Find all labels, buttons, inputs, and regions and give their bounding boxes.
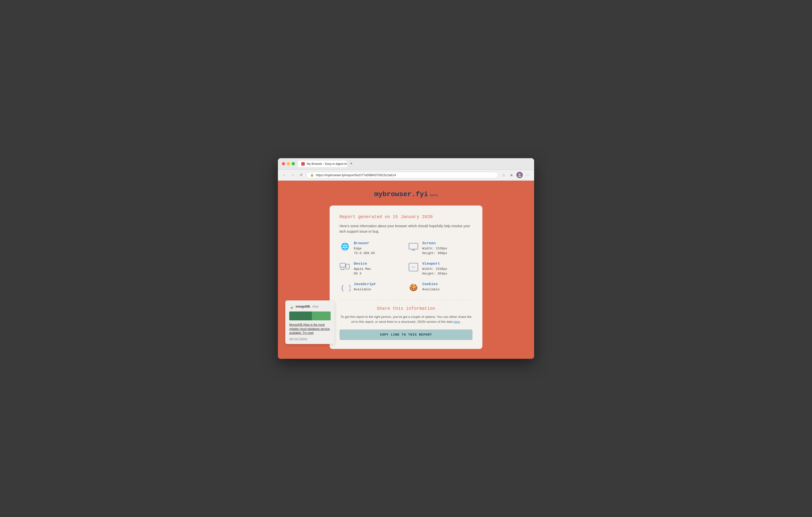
svg-rect-7	[346, 264, 349, 269]
screen-label: Screen	[422, 241, 447, 246]
new-tab-button[interactable]: +	[348, 161, 354, 167]
svg-point-0	[519, 173, 521, 175]
svg-point-1	[518, 176, 521, 177]
lock-icon: 🔒	[310, 173, 314, 177]
report-description: Here's some information about your brows…	[340, 223, 472, 234]
screen-value: Width: 1536pxHeight: 960px	[422, 246, 447, 256]
minimize-button[interactable]	[287, 162, 290, 165]
share-desc-after: .	[460, 320, 461, 323]
share-desc-before: To get this report to the right person, …	[341, 315, 471, 324]
device-info-item: Device Apple MacOS X	[340, 262, 404, 276]
cookies-info-content: Cookies Available	[422, 282, 439, 292]
browser-menu-button[interactable]: ···	[525, 172, 531, 178]
javascript-value: Available	[354, 287, 376, 292]
ad-widget: 🍃 mongoDB. Atlas MongoDB Atlas is the mo…	[285, 300, 335, 344]
browser-window: My Browser - Easy to digest bro × + ← → …	[278, 158, 534, 359]
back-button[interactable]: ←	[281, 172, 287, 178]
page-content: mybrowser.fyi beta Report generated on 1…	[278, 181, 534, 359]
screen-info-content: Screen Width: 1536pxHeight: 960px	[422, 241, 447, 256]
user-avatar[interactable]	[516, 172, 523, 178]
viewport-value: Width: 1536pxHeight: 854px	[422, 267, 447, 276]
info-grid: 🌐 Browser Edge79.0.309.65	[340, 241, 472, 293]
browser-icon: 🌐	[340, 241, 350, 252]
refresh-button[interactable]: ↺	[298, 172, 304, 178]
window-controls	[282, 162, 295, 165]
device-label: Device	[354, 262, 371, 266]
address-bar: ← → ↺ 🔒 https://mybrowser.fyi/report/5e1…	[278, 170, 534, 181]
site-title: mybrowser.fyi beta	[374, 191, 438, 198]
viewport-icon: />	[408, 262, 419, 272]
cookies-label: Cookies	[422, 282, 439, 286]
active-tab[interactable]: My Browser - Easy to digest bro ×	[298, 161, 347, 167]
tab-title: My Browser - Easy to digest bro	[307, 162, 347, 166]
site-beta-badge: beta	[430, 194, 438, 197]
browser-label: Browser	[354, 241, 375, 246]
device-info-content: Device Apple MacOS X	[354, 262, 371, 276]
javascript-info-item: { } JavaScript Available	[340, 282, 404, 293]
screen-icon	[408, 241, 419, 252]
ad-body-text[interactable]: MongoDB Atlas is the most reliable cloud…	[289, 323, 330, 335]
svg-text:/>: />	[411, 265, 415, 269]
report-card: Report generated on 15 January 2020 Here…	[330, 205, 482, 349]
screen-info-item: Screen Width: 1536pxHeight: 960px	[408, 241, 472, 256]
mongo-logo-text: mongoDB.	[296, 305, 311, 308]
viewport-label: Viewport	[422, 262, 447, 266]
cookies-icon: 🍪	[408, 282, 419, 293]
svg-rect-6	[340, 263, 345, 267]
viewport-info-item: /> Viewport Width: 1536pxHeight: 854px	[408, 262, 472, 276]
share-description: To get this report to the right person, …	[340, 314, 472, 325]
report-title: Report generated on 15 January 2020	[340, 214, 472, 219]
bookmark-filled-icon[interactable]: ★	[509, 172, 514, 178]
javascript-info-content: JavaScript Available	[354, 282, 376, 292]
ad-via-text[interactable]: ads via Carbon	[289, 337, 330, 340]
cookies-info-item: 🍪 Cookies Available	[408, 282, 472, 293]
svg-rect-2	[409, 243, 418, 249]
forward-button[interactable]: →	[290, 172, 296, 178]
tab-bar: My Browser - Easy to digest bro × +	[298, 161, 530, 167]
url-bar[interactable]: 🔒 https://mybrowser.fyi/report/5e1f77a59…	[307, 172, 498, 178]
tab-favicon	[301, 162, 305, 166]
url-text: https://mybrowser.fyi/report/5e1f77a598f…	[316, 173, 396, 177]
address-actions: ☆ ★ ···	[501, 172, 531, 178]
site-name: mybrowser.fyi	[374, 191, 428, 198]
device-value: Apple MacOS X	[354, 267, 371, 276]
browser-info-content: Browser Edge79.0.309.65	[354, 241, 375, 256]
ad-logo: 🍃 mongoDB. Atlas	[289, 304, 330, 309]
browser-info-item: 🌐 Browser Edge79.0.309.65	[340, 241, 404, 256]
section-divider	[340, 300, 472, 300]
viewport-info-content: Viewport Width: 1536pxHeight: 854px	[422, 262, 447, 276]
share-title: Share this information	[340, 306, 472, 311]
device-icon	[340, 262, 350, 272]
title-bar: My Browser - Easy to digest bro × +	[278, 158, 534, 170]
mongo-leaf-icon: 🍃	[289, 304, 294, 309]
javascript-icon: { }	[340, 282, 350, 293]
close-button[interactable]	[282, 162, 285, 165]
cookies-value: Available	[422, 287, 439, 292]
svg-text:{ }: { }	[341, 284, 350, 291]
mongo-atlas-text: Atlas	[312, 305, 319, 308]
bookmark-outline-icon[interactable]: ☆	[501, 172, 506, 178]
copy-link-button[interactable]: COPY LINK TO THIS REPORT	[340, 329, 472, 340]
share-json-link[interactable]: here	[454, 320, 460, 323]
maximize-button[interactable]	[292, 162, 295, 165]
ad-image	[289, 312, 330, 320]
javascript-label: JavaScript	[354, 282, 376, 286]
browser-value: Edge79.0.309.65	[354, 246, 375, 256]
